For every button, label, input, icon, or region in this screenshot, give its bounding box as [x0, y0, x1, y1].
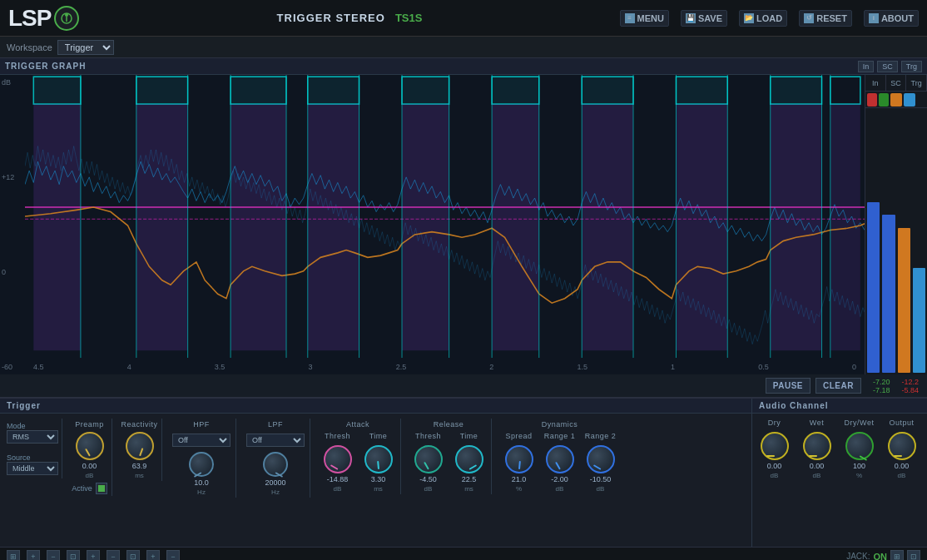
- source-select[interactable]: MiddleSideLeftRight: [7, 462, 58, 475]
- wet-knob[interactable]: [803, 432, 831, 460]
- svg-rect-11: [308, 77, 359, 104]
- output-knob[interactable]: [888, 432, 916, 460]
- footer-icon-9[interactable]: −: [166, 550, 180, 561]
- hpf-title: HPF: [193, 420, 210, 429]
- reactivity-unit: ms: [135, 472, 144, 479]
- mode-select[interactable]: RMSPeakLow-Pass: [7, 430, 58, 444]
- reset-button[interactable]: ↺ RESET: [799, 10, 852, 27]
- svg-point-1: [65, 13, 68, 17]
- release-section: Release Thresh -4.50 dB Time: [406, 419, 492, 494]
- graph-canvas: dB +12 0 -60: [0, 75, 865, 374]
- clear-button[interactable]: CLEAR: [815, 378, 861, 394]
- range2-knob-group: Range 2 -10.50 dB: [582, 432, 619, 493]
- reactivity-knob[interactable]: [126, 432, 154, 460]
- db-value-2: -7.18: [873, 386, 890, 394]
- range1-knob[interactable]: [546, 445, 574, 473]
- preamp-unit: dB: [86, 472, 94, 479]
- save-button[interactable]: 💾 SAVE: [681, 10, 727, 27]
- logo: LSP: [8, 5, 79, 32]
- channel-sc-button[interactable]: SC: [877, 61, 898, 72]
- preamp-knob-group: 0.00 dB: [71, 432, 108, 479]
- led-sc-left: [890, 93, 902, 107]
- attack-thresh-label: Thresh: [325, 432, 350, 440]
- mode-group: Mode RMSPeakLow-Pass: [7, 422, 58, 444]
- footer-icon-5[interactable]: +: [87, 550, 100, 561]
- graph-x-labels: 4.5 4 3.5 3 2.5 2 1.5 1 0.5 0: [25, 363, 865, 371]
- active-checkbox[interactable]: [96, 483, 107, 494]
- attack-thresh-knob[interactable]: [324, 445, 352, 473]
- release-time-value: 22.5: [462, 475, 477, 483]
- spread-value: 21.0: [512, 475, 527, 483]
- hpf-knob[interactable]: [189, 452, 214, 477]
- preamp-title: Preamp: [75, 420, 104, 429]
- x-label-5: 2: [489, 363, 493, 371]
- hpf-unit: Hz: [197, 488, 206, 496]
- x-label-9: 0: [852, 363, 856, 371]
- spread-knob[interactable]: [505, 445, 533, 473]
- jack-status: ON: [874, 552, 888, 561]
- lpf-unit: Hz: [271, 488, 280, 496]
- channel-trg-button[interactable]: Trg: [901, 61, 922, 72]
- attack-time-group: Time 3.30 ms: [359, 432, 397, 493]
- pause-button[interactable]: PAUSE: [766, 378, 811, 394]
- trigger-panel-content: Mode RMSPeakLow-Pass Source MiddleSideLe…: [0, 414, 751, 503]
- hpf-select[interactable]: Off6 dB/oct12 dB/oct: [172, 434, 231, 447]
- footer-icon-2[interactable]: +: [27, 550, 40, 561]
- trigger-graph-title: TRIGGER GRAPH: [5, 62, 86, 71]
- footer-icon-right-2[interactable]: ⊡: [907, 550, 920, 561]
- dry-wet-knob-group: Dry/Wet 100 %: [840, 419, 878, 479]
- meter-bar-trg: [913, 268, 925, 373]
- dry-wet-label: Dry/Wet: [845, 419, 875, 427]
- meter-leds: [865, 92, 927, 108]
- preamp-section: Preamp 0.00 dB Active: [67, 419, 112, 496]
- load-button[interactable]: 📂 LOAD: [739, 10, 787, 27]
- wet-value: 0.00: [810, 462, 825, 470]
- footer-icon-4[interactable]: ⊡: [67, 550, 80, 561]
- meter-col-4: [913, 110, 925, 373]
- trigger-panel-header: Trigger: [0, 399, 751, 414]
- dry-wet-value: 100: [853, 462, 865, 470]
- svg-rect-27: [402, 104, 449, 350]
- x-label-8: 0.5: [758, 363, 769, 371]
- range1-knob-group: Range 1 -2.00 dB: [541, 432, 578, 493]
- about-button[interactable]: i ABOUT: [864, 10, 919, 27]
- source-group: Source MiddleSideLeftRight: [7, 453, 58, 475]
- footer-icon-right-1[interactable]: ⊞: [890, 550, 904, 561]
- release-time-knob[interactable]: [455, 445, 483, 473]
- lpf-select[interactable]: Off6 dB/oct12 dB/oct: [246, 434, 305, 447]
- footer-left-icons: ⊞ + − ⊡ + − ⊡ + −: [7, 550, 180, 561]
- footer-icon-6[interactable]: −: [107, 550, 120, 561]
- footer-icon-1[interactable]: ⊞: [7, 550, 20, 561]
- waveform-display: [25, 75, 865, 358]
- dry-label: Dry: [768, 419, 781, 427]
- release-time-label: Time: [460, 432, 478, 440]
- dry-wet-knob[interactable]: [845, 432, 874, 460]
- svg-rect-19: [676, 77, 727, 104]
- workspace-select[interactable]: Trigger Default Custom: [57, 40, 114, 55]
- attack-time-knob[interactable]: [364, 445, 393, 473]
- footer-icon-3[interactable]: −: [47, 550, 60, 561]
- attack-section: Attack Thresh -14.88 dB Time: [315, 419, 401, 494]
- menu-button[interactable]: ≡ MENU: [620, 10, 669, 27]
- x-label-4: 2.5: [396, 363, 407, 371]
- footer-icon-8[interactable]: +: [146, 550, 160, 561]
- meter-bar-sc: [898, 228, 910, 373]
- svg-rect-29: [582, 104, 633, 350]
- channel-in-button[interactable]: In: [858, 61, 875, 72]
- release-thresh-value: -4.50: [419, 475, 437, 483]
- plugin-id: TS1S: [395, 12, 423, 24]
- preamp-knob[interactable]: [76, 432, 104, 460]
- release-thresh-label: Thresh: [415, 432, 441, 440]
- release-thresh-unit: dB: [424, 485, 433, 493]
- range2-knob[interactable]: [587, 445, 615, 473]
- meter-col-2: [882, 110, 895, 373]
- x-label-1: 4: [127, 363, 131, 371]
- led-in-left: [867, 93, 877, 107]
- release-thresh-knob[interactable]: [414, 445, 443, 473]
- reactivity-title: Reactivity: [121, 420, 157, 429]
- footer-icon-7[interactable]: ⊡: [126, 550, 140, 561]
- meter-col-1: [867, 110, 880, 373]
- release-time-group: Time 22.5 ms: [450, 432, 488, 493]
- lpf-knob[interactable]: [263, 452, 288, 477]
- dry-knob[interactable]: [761, 432, 789, 460]
